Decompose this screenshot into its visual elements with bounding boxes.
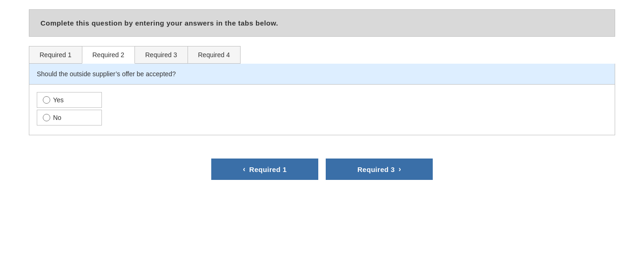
tab-required-2[interactable]: Required 2 (82, 46, 135, 64)
navigation-buttons: ‹ Required 1 Required 3 › (29, 154, 615, 185)
radio-no[interactable] (43, 114, 50, 121)
prev-button[interactable]: ‹ Required 1 (211, 159, 318, 180)
next-button[interactable]: Required 3 › (326, 159, 433, 180)
question-header: Should the outside supplier’s offer be a… (29, 64, 615, 85)
question-area: Should the outside supplier’s offer be a… (29, 64, 615, 135)
next-button-label: Required 3 (357, 165, 395, 173)
tab-required-4[interactable]: Required 4 (188, 46, 241, 64)
answer-area: Yes No (29, 85, 615, 135)
label-no: No (53, 114, 61, 121)
label-yes: Yes (53, 96, 64, 104)
tab-required-3[interactable]: Required 3 (134, 46, 188, 64)
tabs-container: Required 1 Required 2 Required 3 Require… (29, 46, 615, 64)
option-no[interactable]: No (37, 110, 102, 126)
option-yes[interactable]: Yes (37, 92, 102, 108)
tab-required-1[interactable]: Required 1 (29, 46, 82, 64)
instruction-text: Complete this question by entering your … (40, 19, 604, 27)
prev-chevron-icon: ‹ (243, 165, 246, 173)
question-text: Should the outside supplier’s offer be a… (37, 70, 176, 78)
radio-yes[interactable] (43, 96, 50, 104)
next-chevron-icon: › (398, 165, 401, 173)
instruction-banner: Complete this question by entering your … (29, 9, 615, 37)
prev-button-label: Required 1 (249, 165, 287, 173)
